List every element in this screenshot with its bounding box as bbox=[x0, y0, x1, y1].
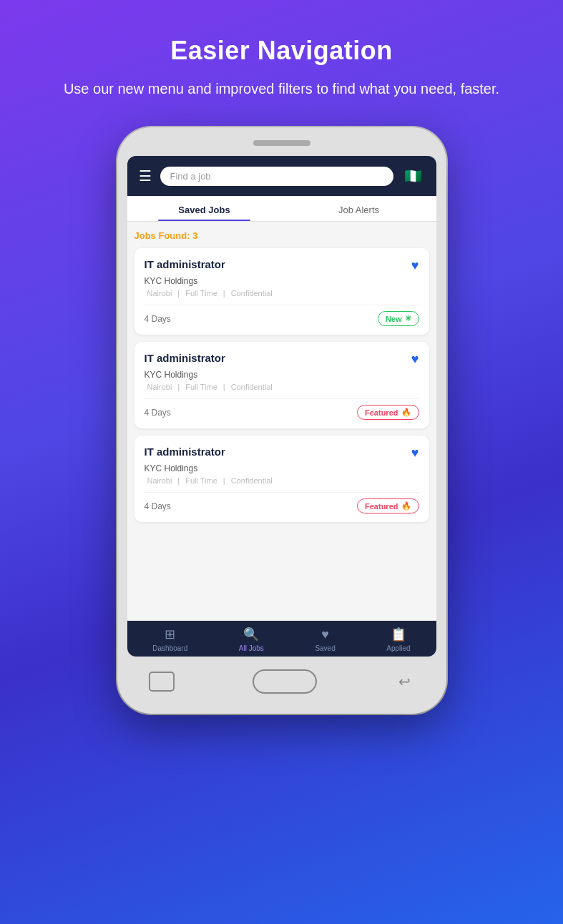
job-title: IT administrator bbox=[145, 352, 225, 364]
job-meta: Nairobi|Full Time|Confidential bbox=[145, 383, 419, 391]
phone-screen: ☰ Find a job 🇳🇬 Saved Jobs Job Alerts Jo… bbox=[127, 156, 436, 657]
job-title: IT administrator bbox=[145, 258, 225, 270]
fire-icon: 🔥 bbox=[401, 408, 411, 417]
flag-icon: 🇳🇬 bbox=[402, 164, 425, 187]
sparkle-icon: ✳ bbox=[405, 314, 411, 323]
job-company: KYC Holdings bbox=[145, 370, 419, 380]
bottom-nav: ⊞ Dashboard 🔍 All Jobs ♥ Saved 📋 Applied bbox=[127, 621, 436, 657]
phone-frame: ☰ Find a job 🇳🇬 Saved Jobs Job Alerts Jo… bbox=[117, 127, 446, 714]
nav-label-applied: Applied bbox=[386, 644, 410, 652]
heart-icon[interactable]: ♥ bbox=[411, 258, 419, 273]
job-card[interactable]: IT administrator ♥ KYC Holdings Nairobi|… bbox=[134, 248, 429, 335]
job-card[interactable]: IT administrator ♥ KYC Holdings Nairobi|… bbox=[134, 436, 429, 522]
badge-featured: Featured 🔥 bbox=[357, 405, 418, 420]
phone-buttons: ↩ bbox=[127, 657, 436, 694]
heart-nav-icon: ♥ bbox=[321, 627, 329, 642]
job-title: IT administrator bbox=[145, 446, 225, 458]
nav-item-dashboard[interactable]: ⊞ Dashboard bbox=[152, 626, 187, 652]
heart-icon[interactable]: ♥ bbox=[411, 352, 419, 367]
app-header: ☰ Find a job 🇳🇬 bbox=[127, 156, 436, 196]
jobs-found: Jobs Found: 3 bbox=[134, 230, 429, 241]
search-icon: 🔍 bbox=[243, 626, 259, 642]
nav-label-saved: Saved bbox=[315, 644, 335, 652]
page-subtitle: Use our new menu and improved filters to… bbox=[21, 79, 542, 99]
jobs-content: Jobs Found: 3 IT administrator ♥ KYC Hol… bbox=[127, 222, 436, 621]
job-meta: Nairobi|Full Time|Confidential bbox=[145, 476, 419, 485]
dashboard-icon: ⊞ bbox=[165, 626, 175, 642]
nav-label-all-jobs: All Jobs bbox=[239, 644, 264, 652]
nav-item-applied[interactable]: 📋 Applied bbox=[386, 626, 410, 652]
job-days: 4 Days bbox=[145, 314, 171, 324]
home-button[interactable] bbox=[253, 669, 317, 694]
fire-icon: 🔥 bbox=[401, 501, 411, 511]
badge-new: New ✳ bbox=[378, 311, 419, 326]
heart-icon[interactable]: ♥ bbox=[411, 446, 419, 461]
badge-featured: Featured 🔥 bbox=[357, 498, 418, 513]
nav-label-dashboard: Dashboard bbox=[152, 644, 187, 652]
nav-item-all-jobs[interactable]: 🔍 All Jobs bbox=[239, 626, 264, 652]
job-meta: Nairobi|Full Time|Confidential bbox=[145, 289, 419, 298]
job-company: KYC Holdings bbox=[145, 463, 419, 473]
back-button[interactable]: ↩ bbox=[395, 672, 415, 692]
hamburger-icon[interactable]: ☰ bbox=[139, 167, 152, 185]
recent-apps-button[interactable] bbox=[149, 672, 175, 692]
clipboard-icon: 📋 bbox=[391, 626, 406, 642]
phone-speaker bbox=[253, 140, 310, 146]
tab-job-alerts[interactable]: Job Alerts bbox=[282, 196, 436, 221]
search-placeholder: Find a job bbox=[170, 171, 211, 182]
job-card[interactable]: IT administrator ♥ KYC Holdings Nairobi|… bbox=[134, 342, 429, 428]
job-days: 4 Days bbox=[145, 408, 171, 418]
page-title: Easier Navigation bbox=[170, 36, 393, 66]
tabs-bar: Saved Jobs Job Alerts bbox=[127, 196, 436, 222]
job-days: 4 Days bbox=[145, 501, 171, 511]
nav-item-saved[interactable]: ♥ Saved bbox=[315, 627, 335, 652]
job-company: KYC Holdings bbox=[145, 276, 419, 286]
tab-saved-jobs[interactable]: Saved Jobs bbox=[127, 196, 282, 221]
search-input[interactable]: Find a job bbox=[160, 167, 393, 186]
